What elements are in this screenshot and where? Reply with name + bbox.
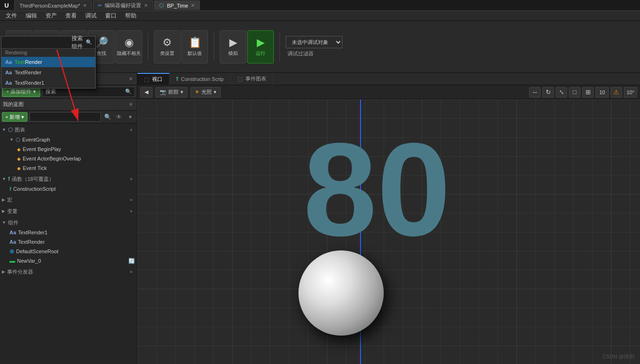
tick-label: Event Tick — [23, 165, 47, 171]
dropdown-item-0-label: TextRender — [15, 59, 42, 65]
actoroverlap-icon: ◆ — [17, 156, 21, 161]
functions-section-add[interactable]: + — [127, 175, 135, 183]
components-search-placeholder: 搜索 — [45, 88, 56, 95]
constructionscript-icon: f — [9, 186, 11, 192]
watermark: CSDN @很刑 — [603, 353, 634, 360]
tab-thirdperson-close[interactable]: ✕ — [83, 3, 87, 8]
bp-options-icon-btn[interactable]: ▾ — [126, 112, 135, 122]
vp-scale-btn[interactable]: ⤡ — [556, 87, 567, 98]
toolbar-hide-btn[interactable]: ◉ 隐藏不相关 — [116, 30, 142, 63]
tab-bp-time-close[interactable]: ✕ — [191, 3, 195, 8]
eventdispatchers-header[interactable]: 事件分发器 + — [0, 266, 137, 277]
vtab-eventgraph-icon: ⬚ — [237, 76, 243, 82]
display-number: 80 — [303, 123, 451, 256]
lighting-label: 光照 — [201, 89, 212, 96]
newvar0-overlay-icon: 🔄 — [128, 258, 135, 264]
tab-thirdperson[interactable]: ThirdPersonExampleMap* ✕ — [14, 0, 92, 10]
eventdispatchers-label: 事件分发器 — [7, 268, 33, 275]
components-panel-close[interactable]: ✕ — [127, 76, 134, 82]
menu-asset[interactable]: 资产 — [42, 11, 61, 21]
graph-section-add[interactable]: + — [127, 126, 135, 133]
tree-textrender1[interactable]: Aa TextRender1 — [0, 228, 137, 237]
vp-rotate-btn[interactable]: ↻ — [542, 87, 554, 98]
find-label: 查找 — [97, 50, 106, 57]
menu-edit[interactable]: 编辑 — [22, 11, 41, 21]
lighting-arrow: ▾ — [214, 89, 216, 95]
debug-object-select[interactable]: 未选中调试对象 — [286, 36, 343, 48]
vp-lighting-btn[interactable]: ☀ 光照 ▾ — [190, 87, 221, 98]
constructionscript-label: ConstructionScript — [13, 186, 56, 192]
vp-collapse-icon: ◀ — [144, 89, 148, 95]
vp-move-btn[interactable]: ↔ — [529, 87, 541, 98]
viewport-area: ⬚ 视口 f Construction Scrip ⬚ 事件图表 ◀ 📷 前部 … — [137, 73, 640, 364]
vp-perspective-btn[interactable]: 📷 前部 ▾ — [155, 87, 188, 98]
graph-section-header[interactable]: ⬡ 图表 + — [0, 124, 137, 135]
warning-btn[interactable]: ⚠ — [611, 87, 622, 98]
vtab-construction[interactable]: f Construction Scrip — [170, 73, 231, 85]
macros-section-label: 宏 — [7, 196, 12, 204]
tree-actoroverlap[interactable]: ◆ Event ActorBeginOverlap — [0, 154, 137, 163]
bp-panel-close[interactable]: ✕ — [127, 101, 134, 108]
bp-eye-icon-btn[interactable]: 👁 — [114, 112, 124, 122]
variables-section: 变量 + — [0, 206, 137, 216]
sphere — [298, 250, 384, 336]
bp-search-icon-btn[interactable]: 🔍 — [103, 112, 112, 122]
bp-toolbar: + 新增 ▾ 🔍 👁 ▾ — [0, 111, 137, 124]
dropdown-search-input[interactable] — [4, 40, 70, 45]
vp-collapse-btn[interactable]: ◀ — [140, 87, 153, 98]
dropdown-search: 搜索组件 🔍 — [1, 36, 95, 49]
dropdown-item-2[interactable]: Aa TextRender1 — [1, 78, 95, 88]
menu-help[interactable]: 帮助 — [121, 11, 140, 21]
tree-defaultsceneroot[interactable]: ⊕ DefaultSceneRoot — [0, 247, 137, 256]
tab-editor-prefs-label: 编辑器偏好设置 — [105, 2, 141, 9]
vtab-viewport[interactable]: ⬚ 视口 — [137, 73, 170, 85]
tree-constructionscript[interactable]: f ConstructionScript — [0, 184, 137, 194]
dropdown-item-1-label: TextRender — [15, 70, 41, 75]
angle-value[interactable]: 10° — [624, 87, 637, 98]
macros-section-add[interactable]: + — [127, 196, 135, 204]
menu-window[interactable]: 窗口 — [101, 11, 120, 21]
macros-section-header[interactable]: 宏 + — [0, 195, 137, 205]
menu-debug[interactable]: 调试 — [81, 11, 100, 21]
tab-bp-time[interactable]: ⬡ BP_Time ✕ — [154, 0, 200, 10]
tree-textrender[interactable]: Aa TextRender — [0, 237, 137, 247]
grid-value[interactable]: 10 — [595, 87, 609, 98]
find-icon: 🔎 — [95, 36, 108, 49]
functions-section-label: 函数（18可覆盖） — [12, 176, 54, 183]
toolbar-group-run: ▶ 模拟 ▶ 运行 — [218, 21, 276, 72]
newvar0-label: NewVar_0 — [17, 258, 41, 264]
tab-editor-prefs-close[interactable]: ✕ — [144, 3, 148, 8]
vp-grid-btn[interactable]: ⊞ — [582, 87, 594, 98]
main-content: 组件 ✕ + 添加组件 ▾ 搜索 🔍 我的蓝图 ✕ + 新增 ▾ — [0, 73, 640, 364]
blueprint-search-input[interactable] — [29, 112, 101, 122]
tree-beginplay[interactable]: ◆ Event BeginPlay — [0, 144, 137, 154]
dropdown-item-0[interactable]: Aa TextRender — [1, 57, 95, 67]
variables-section-add[interactable]: + — [127, 207, 135, 215]
eventdispatchers-add[interactable]: + — [127, 268, 135, 275]
variables-section-header[interactable]: 变量 + — [0, 206, 137, 216]
toolbar-simulate-btn[interactable]: ▶ 模拟 — [220, 30, 246, 63]
vp-snap-btn[interactable]: □ — [569, 87, 580, 98]
vtab-eventgraph[interactable]: ⬚ 事件图表 — [231, 73, 273, 85]
vtab-eventgraph-label: 事件图表 — [245, 75, 266, 82]
tree-eventgraph[interactable]: ⬡ EventGraph — [0, 135, 137, 144]
run-icon: ▶ — [257, 36, 265, 49]
components-section-header[interactable]: 组件 — [0, 217, 137, 228]
menu-view[interactable]: 查看 — [62, 11, 81, 21]
new-button[interactable]: + 新增 ▾ — [2, 112, 27, 122]
toolbar-run-btn[interactable]: ▶ 运行 — [247, 30, 274, 63]
functions-section-header[interactable]: f 函数（18可覆盖） + — [0, 174, 137, 184]
toolbar-classsettings-btn[interactable]: ⚙ 类设置 — [154, 30, 180, 63]
menu-file[interactable]: 文件 — [2, 11, 21, 21]
eventgraph-label: EventGraph — [22, 137, 50, 142]
toolbar-defaults-btn[interactable]: 📋 默认值 — [181, 30, 208, 63]
dropdown-search-icon: 🔍 — [86, 39, 92, 45]
ue-logo: U — [2, 0, 11, 10]
tab-editor-prefs[interactable]: ✏ 编辑器偏好设置 ✕ — [93, 0, 153, 10]
tree-newvar0[interactable]: ▬ NewVar_0 🔄 — [0, 256, 137, 266]
dropdown-item-0-icon: Aa — [5, 59, 12, 65]
beginplay-label: Event BeginPlay — [23, 146, 61, 152]
vtab-viewport-icon: ⬚ — [144, 76, 149, 83]
dropdown-item-1[interactable]: Aa TextRender — [1, 67, 95, 78]
tree-tick[interactable]: ◆ Event Tick — [0, 163, 137, 173]
